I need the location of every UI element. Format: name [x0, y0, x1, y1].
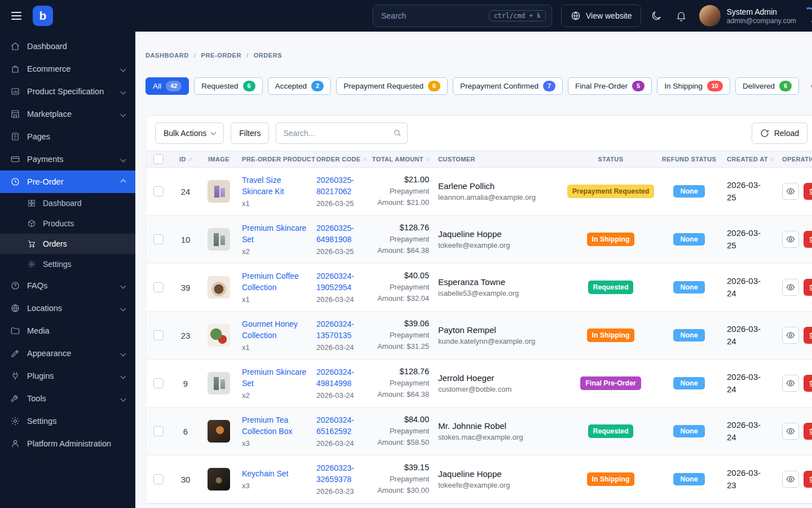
view-order-button[interactable]	[782, 183, 799, 200]
sort-icon[interactable]: ↓↑	[363, 156, 367, 162]
product-link[interactable]: Travel Size Skincare Kit	[242, 176, 284, 196]
filter-tab-cancelled[interactable]: Cancelled	[804, 77, 812, 95]
product-thumbnail[interactable]	[208, 420, 230, 443]
avatar[interactable]	[699, 5, 721, 27]
sort-icon[interactable]: ↓↑	[770, 156, 774, 162]
sidebar-subitem-settings[interactable]: Settings	[0, 254, 135, 274]
sidebar-item-media[interactable]: Media	[0, 319, 135, 342]
row-select-checkbox[interactable]	[153, 426, 164, 436]
sidebar-item-marketplace[interactable]: Marketplace	[0, 103, 135, 125]
table-search-input[interactable]	[276, 122, 408, 144]
global-search[interactable]: ctrl/cmd + k	[373, 5, 552, 27]
view-order-button[interactable]	[782, 471, 799, 488]
sidebar-item-tools[interactable]: Tools	[0, 387, 135, 410]
product-thumbnail[interactable]	[208, 324, 230, 347]
col-header-order-code[interactable]: Order Code	[316, 156, 361, 163]
row-select-checkbox[interactable]	[153, 234, 164, 244]
topbar: b ctrl/cmd + k View website System Admin…	[0, 0, 812, 32]
sidebar-item-settings[interactable]: Settings	[0, 410, 135, 432]
order-date: 2026-03-25	[316, 199, 373, 208]
row-select-checkbox[interactable]	[153, 282, 164, 292]
filter-tab-requested[interactable]: Requested 6	[194, 77, 262, 95]
notifications-button[interactable]	[674, 9, 688, 23]
sidebar-item-locations[interactable]: Locations	[0, 297, 135, 319]
product-thumbnail[interactable]	[208, 228, 230, 251]
product-link[interactable]: Premium Coffee Collection	[242, 271, 299, 292]
sidebar-item-dashboard[interactable]: Dashboard	[0, 35, 135, 58]
delete-order-button[interactable]	[804, 279, 812, 296]
filter-tab-all[interactable]: All 42	[145, 77, 189, 95]
product-link[interactable]: Keychain Set	[242, 469, 289, 478]
filter-tab-in-shipping[interactable]: In Shipping 10	[657, 77, 730, 95]
eye-icon	[786, 331, 795, 340]
order-code-link[interactable]: 20260323-32659378	[316, 463, 354, 484]
row-select-checkbox[interactable]	[153, 474, 164, 484]
filter-tab-final-pre-order[interactable]: Final Pre-Order 5	[568, 77, 652, 95]
product-link[interactable]: Premium Skincare Set	[242, 367, 306, 388]
col-header-total-amount[interactable]: Total Amount	[372, 156, 423, 163]
delete-order-button[interactable]	[804, 471, 812, 488]
sidebar-item-product-specification[interactable]: Product Specification	[0, 80, 135, 103]
user-menu[interactable]: System Admin admin@company.com	[699, 5, 796, 27]
view-website-button[interactable]: View website	[561, 5, 641, 27]
order-code-link[interactable]: 20260324-65162592	[316, 415, 354, 436]
row-select-checkbox[interactable]	[153, 330, 164, 340]
delete-order-button[interactable]	[804, 183, 812, 200]
order-code-link[interactable]: 20260325-80217062	[316, 176, 354, 196]
select-all-checkbox[interactable]	[153, 154, 164, 164]
app-logo[interactable]: b	[33, 6, 53, 26]
delete-order-button[interactable]	[804, 375, 812, 392]
product-thumbnail[interactable]	[208, 468, 230, 491]
sidebar-item-payments[interactable]: Payments	[0, 148, 135, 170]
product-thumbnail[interactable]	[208, 372, 230, 395]
dark-mode-toggle[interactable]	[650, 9, 663, 23]
reload-button[interactable]: Reload	[752, 122, 807, 144]
view-order-button[interactable]	[782, 375, 799, 392]
status-badge: Requested	[588, 281, 634, 294]
sidebar-item-pre-order[interactable]: Pre-Order	[0, 170, 135, 193]
col-header-created-at[interactable]: Created At	[727, 156, 768, 163]
sidebar-item-ecommerce[interactable]: Ecommerce	[0, 58, 135, 80]
filter-tab-prepayment-confirmed[interactable]: Prepayment Confirmed 7	[453, 77, 563, 95]
filter-tab-delivered[interactable]: Delivered 6	[735, 77, 799, 95]
sort-icon[interactable]: ↓↑	[425, 156, 429, 162]
sidebar-subitem-products[interactable]: Products	[0, 213, 135, 234]
delete-order-button[interactable]	[804, 423, 812, 440]
sort-icon[interactable]: ↓↑	[188, 156, 192, 162]
order-code-link[interactable]: 20260324-19052954	[316, 271, 354, 292]
bulk-actions-button[interactable]: Bulk Actions	[155, 122, 224, 144]
order-code-link[interactable]: 20260324-13570135	[316, 319, 354, 340]
sidebar-item-label: Product Specification	[27, 87, 114, 96]
col-header-id[interactable]: ID	[179, 156, 186, 163]
filter-tab-prepayment-requested[interactable]: Prepayment Requested 6	[336, 77, 448, 95]
sidebar-item-plugins[interactable]: Plugins	[0, 365, 135, 387]
global-search-input[interactable]	[381, 11, 489, 20]
sidebar-item-pages[interactable]: Pages	[0, 125, 135, 148]
order-code-link[interactable]: 20260325-64981908	[316, 224, 354, 244]
row-select-checkbox[interactable]	[153, 378, 164, 388]
breadcrumb-dashboard[interactable]: DASHBOARD	[145, 52, 189, 59]
delete-order-button[interactable]	[804, 327, 812, 344]
view-order-button[interactable]	[782, 423, 799, 440]
view-order-button[interactable]	[782, 327, 799, 344]
sidebar-item-faqs[interactable]: FAQs	[0, 274, 135, 297]
delete-order-button[interactable]	[804, 231, 812, 248]
product-link[interactable]: Gourmet Honey Collection	[242, 319, 298, 340]
breadcrumb-pre-order[interactable]: PRE-ORDER	[201, 52, 241, 59]
product-thumbnail[interactable]	[208, 180, 230, 203]
filters-button[interactable]: Filters	[231, 122, 269, 144]
filter-tab-accepted[interactable]: Accepted 2	[268, 77, 331, 95]
sidebar-subitem-dashboard[interactable]: Dashboard	[0, 193, 135, 213]
sidebar-item-platform-administration[interactable]: Platform Administration	[0, 432, 135, 455]
view-order-button[interactable]	[782, 279, 799, 296]
view-order-button[interactable]	[782, 231, 799, 248]
row-select-checkbox[interactable]	[153, 186, 164, 196]
product-link[interactable]: Premium Skincare Set	[242, 224, 306, 244]
sidebar-item-appearance[interactable]: Appearance	[0, 342, 135, 365]
product-thumbnail[interactable]	[208, 276, 230, 299]
menu-toggle-button[interactable]	[8, 8, 25, 23]
customer-email: tokeefe@example.org	[438, 481, 566, 489]
product-link[interactable]: Premium Tea Collection Box	[242, 415, 293, 436]
order-code-link[interactable]: 20260324-49814998	[316, 367, 354, 388]
sidebar-subitem-orders[interactable]: Orders	[0, 234, 135, 254]
